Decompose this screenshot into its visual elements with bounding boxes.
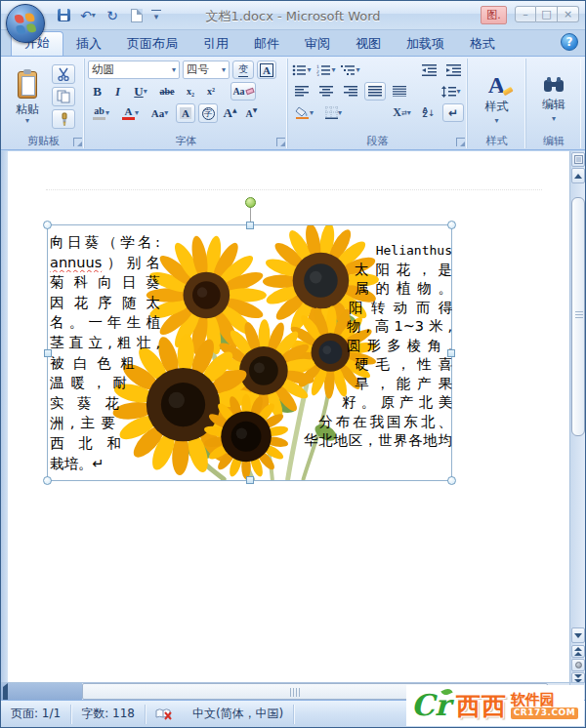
- ruler-toggle-button[interactable]: [571, 152, 585, 167]
- shading-button[interactable]: ▾: [291, 103, 317, 122]
- strikethrough-button[interactable]: abe: [155, 82, 179, 101]
- resize-handle-top[interactable]: [246, 222, 254, 229]
- shrink-font-button[interactable]: A▼: [242, 103, 261, 123]
- document-page[interactable]: ↵ 向日葵（学名:annuus）别名菊科向日葵因花序随太名。一年生植茎直立,粗壮…: [1, 151, 571, 684]
- hscroll-track-left[interactable]: [1, 683, 82, 700]
- underline-button[interactable]: U▾: [129, 82, 152, 101]
- undo-button[interactable]: ↶▾: [78, 6, 98, 24]
- justify-button[interactable]: [364, 82, 386, 101]
- asian-layout-button[interactable]: X⇄▾: [389, 103, 415, 122]
- page-indicator[interactable]: 页面: 1/1: [1, 705, 71, 724]
- editing-button[interactable]: 编辑 ▾: [529, 61, 578, 131]
- paste-label: 粘贴: [16, 101, 39, 118]
- subscript-button[interactable]: x₂: [182, 82, 199, 101]
- scroll-up-button[interactable]: [571, 168, 585, 183]
- capture-overlay-button[interactable]: 图.: [481, 6, 507, 24]
- redo-icon: ↻: [106, 8, 118, 23]
- highlight-color-button[interactable]: ab▾: [88, 103, 114, 123]
- scroll-down-button[interactable]: [571, 627, 585, 643]
- text-line: 分布在我国东北、: [318, 413, 452, 432]
- resize-handle-top-left[interactable]: [43, 221, 52, 229]
- resize-handle-right[interactable]: [447, 349, 455, 357]
- save-button[interactable]: [54, 6, 73, 24]
- resize-handle-bottom-right[interactable]: [447, 476, 456, 485]
- previous-page-button[interactable]: [571, 645, 585, 658]
- text-line: 旱，能产果: [355, 375, 452, 394]
- multilevel-list-button[interactable]: ▾: [340, 61, 361, 79]
- styles-button[interactable]: A 样式 ▾: [473, 61, 522, 131]
- change-case-button[interactable]: Aa▾: [146, 103, 173, 123]
- office-button[interactable]: [6, 4, 45, 43]
- editing-label: 编辑: [542, 97, 565, 113]
- bold-icon: B: [93, 84, 102, 100]
- bullets-button[interactable]: ▾: [291, 61, 313, 79]
- align-left-icon: [295, 86, 309, 97]
- maximize-button[interactable]: □: [536, 6, 558, 22]
- distribute-button[interactable]: [389, 82, 410, 101]
- copy-button[interactable]: [52, 87, 75, 106]
- close-button[interactable]: ×: [558, 6, 579, 22]
- font-color-button[interactable]: A▾: [117, 103, 144, 123]
- language-indicator[interactable]: 中文(简体，中国): [183, 705, 294, 724]
- font-dialog-launcher[interactable]: [276, 138, 285, 146]
- redo-button[interactable]: ↻: [103, 6, 122, 24]
- resize-handle-top-right[interactable]: [447, 221, 456, 229]
- chevron-down-icon[interactable]: ▾: [222, 65, 226, 74]
- help-button[interactable]: ?: [561, 33, 578, 51]
- increase-indent-button[interactable]: [442, 61, 464, 79]
- tab-引用[interactable]: 引用: [190, 33, 241, 56]
- superscript-button[interactable]: x²: [202, 82, 220, 101]
- phonetic-guide-button[interactable]: 变: [232, 61, 254, 79]
- new-document-button[interactable]: [127, 6, 146, 24]
- rotate-handle[interactable]: [245, 197, 256, 208]
- word-count[interactable]: 字数: 118: [71, 705, 146, 724]
- tab-邮件[interactable]: 邮件: [241, 33, 292, 56]
- numbering-button[interactable]: 123▾: [315, 61, 337, 79]
- clipboard-dialog-launcher[interactable]: [73, 138, 82, 146]
- align-right-button[interactable]: [340, 82, 361, 101]
- enclose-characters-button[interactable]: 字: [198, 103, 218, 123]
- character-shading-button[interactable]: A: [176, 103, 195, 123]
- vertical-scroll-thumb[interactable]: [571, 197, 585, 436]
- vertical-scrollbar[interactable]: [569, 151, 585, 684]
- cut-button[interactable]: [52, 64, 75, 84]
- italic-button[interactable]: I: [109, 82, 126, 101]
- tab-视图[interactable]: 视图: [343, 33, 394, 56]
- paste-caret-icon[interactable]: ▾: [25, 118, 29, 124]
- character-border-button[interactable]: A: [257, 61, 276, 79]
- tab-加载项[interactable]: 加载项: [394, 33, 457, 56]
- text-line: Helianthus: [304, 241, 452, 261]
- clear-formatting-button[interactable]: Aa: [230, 82, 256, 101]
- text-column-left[interactable]: 向日葵（学名:annuus）别名菊科向日葵因花序随太名。一年生植茎直立,粗壮,被…: [50, 232, 160, 473]
- line-spacing-button[interactable]: ▾: [439, 82, 464, 101]
- align-center-button[interactable]: [315, 82, 337, 101]
- tab-页面布局[interactable]: 页面布局: [114, 33, 190, 56]
- text-line: 物,高1~3米,: [347, 317, 452, 337]
- font-size-combo[interactable]: 四号▾: [183, 61, 230, 79]
- tab-格式[interactable]: 格式: [457, 33, 508, 56]
- select-browse-object-button[interactable]: [571, 659, 585, 671]
- sort-button[interactable]: AZ↓: [418, 103, 440, 122]
- double-arrow-up-icon: [574, 647, 582, 656]
- borders-button[interactable]: ▾: [320, 103, 347, 122]
- align-left-button[interactable]: [291, 82, 313, 101]
- chevron-down-icon[interactable]: ▾: [172, 65, 176, 74]
- text-column-right[interactable]: Helianthus太阳花，是属的植物。阳转动而得物,高1~3米,圆形多棱角,硬…: [304, 241, 452, 451]
- resize-handle-bottom-left[interactable]: [43, 476, 52, 485]
- show-marks-button[interactable]: ↵: [442, 103, 464, 122]
- undo-caret-icon[interactable]: ▾: [92, 13, 96, 19]
- grow-font-button[interactable]: A▲: [221, 103, 239, 123]
- tab-审阅[interactable]: 审阅: [292, 33, 343, 56]
- resize-handle-bottom[interactable]: [246, 476, 254, 484]
- bold-button[interactable]: B: [88, 82, 106, 101]
- minimize-button[interactable]: –: [515, 6, 536, 22]
- font-name-combo[interactable]: 幼圆▾: [88, 61, 180, 79]
- tab-插入[interactable]: 插入: [63, 33, 114, 56]
- paragraph-dialog-launcher[interactable]: [456, 138, 465, 146]
- qat-customize-button[interactable]: ▾: [151, 10, 161, 21]
- decrease-indent-button[interactable]: [418, 61, 440, 79]
- paste-button[interactable]: 粘贴 ▾: [6, 61, 49, 129]
- format-painter-button[interactable]: [52, 109, 75, 129]
- proofing-status[interactable]: [146, 705, 183, 724]
- resize-handle-left[interactable]: [44, 349, 52, 357]
